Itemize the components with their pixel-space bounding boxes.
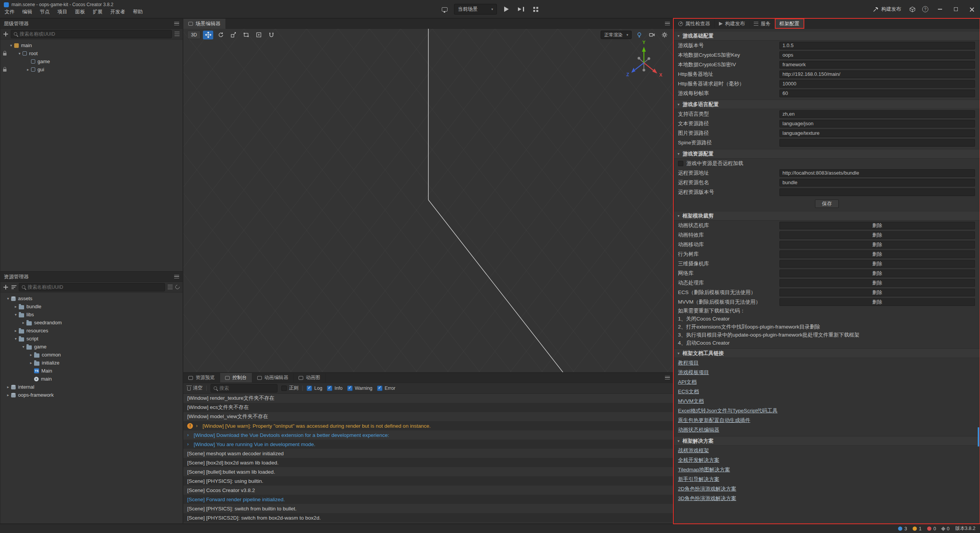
doc-link[interactable]: ECS文档 xyxy=(678,388,699,395)
expand-chevron-icon[interactable]: › xyxy=(187,432,191,438)
tree-row-internal[interactable]: ▸internal xyxy=(0,383,183,391)
tree-row-libs[interactable]: ▾libs xyxy=(0,311,183,319)
console-tab-动画图[interactable]: 动画图 xyxy=(294,373,326,383)
expander-icon[interactable]: ▸ xyxy=(5,393,11,397)
menu-item-项目[interactable]: 项目 xyxy=(54,8,71,16)
property-input[interactable] xyxy=(779,179,975,186)
property-input[interactable] xyxy=(779,61,975,69)
doc-link[interactable]: API文档 xyxy=(678,379,697,386)
filter-icon[interactable] xyxy=(175,32,180,36)
console-log-row[interactable]: [Scene] [bullet]:bullet wasm lib loaded. xyxy=(183,467,673,476)
package-button[interactable] xyxy=(906,0,919,18)
tree-row-gui[interactable]: ▸gui xyxy=(0,65,183,74)
menu-item-编辑[interactable]: 编辑 xyxy=(18,8,36,16)
panel-menu-icon[interactable] xyxy=(174,275,179,278)
regex-checkbox[interactable] xyxy=(281,386,287,391)
inspector-tab-属性检查器[interactable]: 属性检查器 xyxy=(674,19,715,28)
scene-settings-button[interactable] xyxy=(659,31,670,39)
menu-item-开发者[interactable]: 开发者 xyxy=(106,8,129,16)
doc-link[interactable]: 新手引导解决方案 xyxy=(678,476,719,483)
doc-link[interactable]: 教程项目 xyxy=(678,360,699,366)
refresh-icon[interactable] xyxy=(175,284,180,290)
clear-console-button[interactable]: 清空 xyxy=(187,385,203,391)
console-filter-Warning[interactable]: Warning xyxy=(347,386,372,391)
console-log-row[interactable]: ›[Window] [Vue warn]: Property "onInput"… xyxy=(183,421,673,430)
expand-chevron-icon[interactable]: › xyxy=(187,441,191,447)
console-search[interactable] xyxy=(211,384,278,392)
rotate-tool-button[interactable] xyxy=(216,31,226,39)
tree-row-resources[interactable]: ▸resources xyxy=(0,327,183,335)
delete-button[interactable]: 删除 xyxy=(779,289,975,296)
doc-link[interactable]: 原生包热更新配置自动生成插件 xyxy=(678,417,750,424)
expander-icon[interactable]: ▾ xyxy=(16,52,23,56)
hierarchy-search-input[interactable] xyxy=(20,31,169,37)
scene-viewport[interactable]: Y X Z xyxy=(183,29,674,373)
console-log-row[interactable]: [Window] model_view文件夹不存在 xyxy=(183,412,673,421)
console-log-row[interactable]: [Scene] [PHYSICS]: switch from builtin t… xyxy=(183,504,673,513)
tree-row-initialize[interactable]: ▸initialize xyxy=(0,359,183,367)
delete-button[interactable]: 删除 xyxy=(779,222,975,229)
checkbox-icon[interactable] xyxy=(347,386,353,391)
property-input[interactable] xyxy=(779,110,975,118)
delete-button[interactable]: 删除 xyxy=(779,250,975,258)
expander-icon[interactable]: ▾ xyxy=(8,44,14,47)
doc-link[interactable]: Excel格式转Json文件与TypeScript代码工具 xyxy=(678,407,777,414)
doc-link[interactable]: 动画状态机编辑器 xyxy=(678,427,719,433)
preview-layout-button[interactable] xyxy=(531,3,541,15)
tab-scene-editor[interactable]: 场景编辑器 xyxy=(183,19,226,29)
delete-button[interactable]: 删除 xyxy=(779,260,975,268)
console-log-row[interactable]: [Scene] Forward render pipeline initiali… xyxy=(183,495,673,504)
console-log-row[interactable]: [Window] render_texture文件夹不存在 xyxy=(183,394,673,403)
tree-row-common[interactable]: ▸common xyxy=(0,351,183,359)
expander-icon[interactable]: ▸ xyxy=(13,305,19,309)
tree-row-main[interactable]: ▾main xyxy=(0,41,183,49)
regex-toggle[interactable]: 正则 xyxy=(281,385,299,391)
filter-icon[interactable] xyxy=(168,285,173,289)
warning-count-badge[interactable]: 1 xyxy=(913,526,921,531)
expander-icon[interactable]: ▸ xyxy=(5,385,11,389)
inspector-tab-构建发布[interactable]: 构建发布 xyxy=(715,19,750,28)
section-header[interactable]: ▾框架解决方案 xyxy=(674,436,980,446)
delete-button[interactable]: 删除 xyxy=(779,270,975,277)
expand-chevron-icon[interactable]: › xyxy=(196,423,199,428)
maximize-button[interactable] xyxy=(948,0,964,18)
section-header[interactable]: ▾框架模块裁剪 xyxy=(674,211,980,221)
panel-menu-icon[interactable] xyxy=(665,22,670,25)
inspector-tab-服务[interactable]: 服务 xyxy=(750,19,775,28)
add-node-button[interactable] xyxy=(3,32,8,36)
expander-icon[interactable]: ▾ xyxy=(20,345,26,349)
property-input[interactable] xyxy=(779,120,975,128)
expander-icon[interactable]: ▸ xyxy=(25,68,31,72)
expander-icon[interactable]: ▾ xyxy=(5,297,11,301)
checkbox-icon[interactable] xyxy=(307,386,312,391)
panel-menu-icon[interactable] xyxy=(665,376,670,379)
doc-link[interactable]: 2D角色扮演游戏解决方案 xyxy=(678,486,736,492)
doc-link[interactable]: 3D角色扮演游戏解决方案 xyxy=(678,495,736,502)
help-button[interactable] xyxy=(919,0,932,18)
delete-button[interactable]: 删除 xyxy=(779,231,975,239)
save-button[interactable]: 保存 xyxy=(815,199,839,208)
menu-item-面板[interactable]: 面板 xyxy=(71,8,89,16)
scene-camera-button[interactable] xyxy=(647,31,657,39)
scene-light-toggle-button[interactable] xyxy=(634,31,644,39)
doc-link[interactable]: 游戏模板项目 xyxy=(678,369,709,376)
console-tab-控制台[interactable]: 控制台 xyxy=(220,373,252,383)
section-header[interactable]: ▾游戏多语言配置 xyxy=(674,100,980,109)
expander-icon[interactable]: ▾ xyxy=(13,337,19,341)
expander-icon[interactable]: ▸ xyxy=(28,361,34,365)
preview-platform-button[interactable] xyxy=(439,3,449,15)
expander-icon[interactable]: ▸ xyxy=(20,321,26,325)
scene-select[interactable]: 当前场景 ▾ xyxy=(454,4,497,15)
property-input[interactable] xyxy=(779,139,975,147)
tree-row-main[interactable]: main xyxy=(0,375,183,383)
console-log-row[interactable]: [Scene] [box2d]:box2d wasm lib loaded. xyxy=(183,458,673,467)
snap-tool-button[interactable] xyxy=(266,31,276,39)
add-asset-button[interactable] xyxy=(3,285,8,289)
pivot-tool-button[interactable] xyxy=(253,31,264,39)
section-header[interactable]: ▾框架文档工具链接 xyxy=(674,348,980,358)
info-count-badge[interactable]: 3 xyxy=(898,526,907,531)
console-tab-资源预览[interactable]: 资源预览 xyxy=(183,373,220,383)
console-log-row[interactable]: ›[Window] Download the Vue Devtools exte… xyxy=(183,430,673,440)
console-filter-Log[interactable]: Log xyxy=(307,386,322,391)
tree-row-Main[interactable]: Main xyxy=(0,367,183,375)
